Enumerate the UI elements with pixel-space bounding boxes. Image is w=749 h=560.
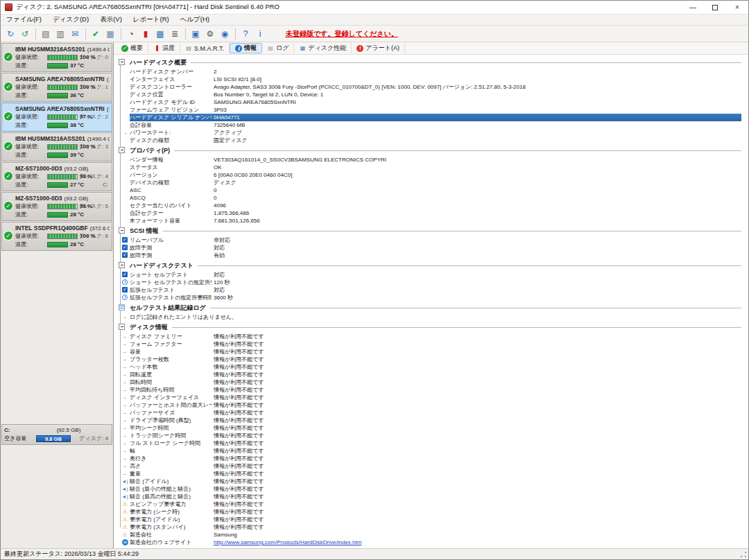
info-row[interactable]: 製造会社Samsung xyxy=(130,531,743,539)
tab-log[interactable]: ログ xyxy=(262,43,294,53)
performance-icon[interactable]: ▩ xyxy=(153,27,167,40)
info-row[interactable]: ハードディスク モデル IDSAMSUNG AREA76805SxnNTRI xyxy=(130,98,743,106)
close-button[interactable]: × xyxy=(726,1,748,14)
info-row[interactable]: セクター当たりのバイト4096 xyxy=(130,202,743,209)
info-row[interactable]: ログに記録されたエントリはありません。 xyxy=(130,313,743,321)
minimize-button[interactable]: — xyxy=(682,1,704,14)
info-row[interactable]: 回転時間情報が利用不能です xyxy=(130,378,743,386)
info-row[interactable]: ディスク インターフェイス情報が利用不能です xyxy=(130,394,743,401)
collapse-icon[interactable] xyxy=(119,324,125,330)
info-row[interactable]: 奥行き情報が利用不能です xyxy=(130,455,743,462)
info-row[interactable]: 要求電力 (スタンバイ)情報が利用不能です xyxy=(130,523,743,531)
info-row[interactable]: 平均シーク時間情報が利用不能です xyxy=(130,424,743,432)
info-row[interactable]: プラッター枚数情報が利用不能です xyxy=(130,356,743,363)
disk-item[interactable]: ✓SAMSUNG AREA76805SxnNTRI(7153.9 GB)健康状態… xyxy=(1,103,112,132)
info-row[interactable]: 騒音 (最小の性能と騒音)情報が利用不能です xyxy=(130,485,743,493)
accept-test-icon[interactable]: ✔ xyxy=(89,27,103,40)
info-row[interactable]: 騒音 (最高の性能と騒音)情報が利用不能です xyxy=(130,493,743,500)
collapse-icon[interactable] xyxy=(119,262,125,268)
info-row[interactable]: 未フォーマット容量7,681,501,126,656 xyxy=(130,217,743,225)
info-row[interactable]: 故障予測対応 xyxy=(130,244,743,252)
info-row[interactable]: ディスク ファミリー情報が利用不能です xyxy=(130,333,743,340)
registration-warning[interactable]: 未登録版です。登録してください。 xyxy=(286,29,398,39)
info-row[interactable]: デバイスの種類ディスク xyxy=(130,179,743,186)
info-row[interactable]: ステータスOK xyxy=(130,164,743,171)
info-row[interactable]: 重量情報が利用不能です xyxy=(130,470,743,478)
info-row[interactable]: ヘッド本数情報が利用不能です xyxy=(130,363,743,371)
info-row[interactable]: 平均回転待ち時間情報が利用不能です xyxy=(130,386,743,394)
save-report-icon[interactable]: ▤ xyxy=(39,27,53,40)
info-row[interactable]: 合計セクター1,875,366,486 xyxy=(130,209,743,217)
info-row[interactable]: ショート セルフテストの推定所要時間120 秒 xyxy=(130,279,743,286)
print-report-icon[interactable]: ▥ xyxy=(53,27,67,40)
info-row[interactable]: 拡張セルフテストの推定所要時間3600 秒 xyxy=(130,294,743,301)
info-row[interactable]: パワーステート:アクティブ xyxy=(130,129,743,137)
info-row[interactable]: ファームウェア リビジョン3P03 xyxy=(130,106,743,114)
world-icon[interactable]: ◉ xyxy=(218,27,232,40)
info-row[interactable]: バッファーサイズ情報が利用不能です xyxy=(130,409,743,417)
menu-item[interactable]: 表示(V) xyxy=(94,15,128,25)
info-row[interactable]: ベンダー情報VET303AQ161014_0_SS0CV3BSAMSUNG EL… xyxy=(130,156,743,164)
tab-smart[interactable]: S.M.A.R.T. xyxy=(180,43,230,53)
info-row[interactable]: スピンアップ要求電力情報が利用不能です xyxy=(130,500,743,508)
info-row[interactable]: ディスク位置Bus Number 0, Target Id 2, LUN 0, … xyxy=(130,91,743,98)
info-icon[interactable]: i xyxy=(253,27,267,40)
info-row[interactable]: 騒音 (アイドル)情報が利用不能です xyxy=(130,478,743,485)
help-icon[interactable]: ? xyxy=(239,27,252,40)
info-row[interactable]: フル ストローク シーク時間情報が利用不能です xyxy=(130,439,743,447)
info-row[interactable]: 故障予測有効 xyxy=(130,252,743,259)
menu-item[interactable]: ディスク(D) xyxy=(47,15,94,25)
info-row[interactable]: バージョン6 [00A0 0C60 20E0 0460 04C0] xyxy=(130,171,743,179)
collapse-icon[interactable] xyxy=(119,59,125,65)
info-row[interactable]: 幅情報が利用不能です xyxy=(130,447,743,455)
row-value-link[interactable]: http://www.samsung.com/Products/HardDisk… xyxy=(214,539,361,546)
info-row[interactable]: 拡張セルフテスト対応 xyxy=(130,286,743,294)
info-row[interactable]: 要求電力 (シーク時)情報が利用不能です xyxy=(130,508,743,516)
collapse-icon[interactable] xyxy=(119,147,125,153)
info-row[interactable]: インターフェイスLSI SCSI #2/1 [8-0] xyxy=(130,76,743,83)
menu-item[interactable]: ヘルプ(H) xyxy=(175,15,215,25)
checklist-icon[interactable]: ▦ xyxy=(103,27,117,40)
info-row[interactable]: ショート セルフテスト対応 xyxy=(130,271,743,279)
menu-item[interactable]: ファイル(F) xyxy=(1,15,47,25)
disk-item[interactable]: ✓MZ-5S71000-0D3(93.2 GB)健康状態:98 %ディスク: 5… xyxy=(1,192,112,221)
info-row[interactable]: ハードディスク ナンバー2 xyxy=(130,68,743,76)
tab-disk-performance[interactable]: ディスク性能 xyxy=(294,43,352,53)
email-report-icon[interactable]: ✉ xyxy=(68,27,82,40)
info-row[interactable]: トラック間シーク時間情報が利用不能です xyxy=(130,432,743,439)
partition-panel[interactable]: C: (92.5 GB) 空き容量9.8 GB ディスク: 4 xyxy=(1,424,112,445)
info-row[interactable]: 高さ情報が利用不能です xyxy=(130,462,743,470)
disk-item[interactable]: ✓INTEL SSDPFR1Q400GBF(372.6 GB)健康状態:100 … xyxy=(1,222,112,251)
info-row[interactable]: 回転速度情報が利用不能です xyxy=(130,371,743,378)
info-row[interactable]: 要求電力 (アイドル)情報が利用不能です xyxy=(130,516,743,523)
temperature-icon[interactable]: ▮ xyxy=(139,27,153,40)
info-row[interactable]: ASCQ0 xyxy=(130,194,743,202)
disk-item[interactable]: ✓IBM HUSMM3216ASS201(1490.4 GB)健康状態:100 … xyxy=(1,132,112,161)
info-row[interactable]: リムーバブル非対応 xyxy=(130,236,743,244)
info-row[interactable]: 容量情報が利用不能です xyxy=(130,348,743,356)
maximize-button[interactable] xyxy=(704,1,726,14)
rescan-disks-icon[interactable]: ↺ xyxy=(18,27,32,40)
menu-item[interactable]: レポート(R) xyxy=(128,15,175,25)
disk-item[interactable]: ✓MZ-5S71000-0D3(93.2 GB)健康状態:98 %ディスク: 4… xyxy=(1,162,112,191)
tab-information[interactable]: 情報 xyxy=(230,43,262,53)
info-row[interactable]: フォーム ファクター情報が利用不能です xyxy=(130,340,743,348)
disk-stack-icon[interactable]: ≣ xyxy=(168,27,182,40)
gauge-icon[interactable]: ◔ xyxy=(124,27,138,40)
info-row[interactable]: ASC0 xyxy=(130,186,743,194)
resize-grip[interactable] xyxy=(739,550,748,559)
tab-alerts[interactable]: アラート(A) xyxy=(352,43,405,53)
collapse-icon[interactable] xyxy=(119,227,125,234)
refresh-icon[interactable]: ↻ xyxy=(3,27,17,40)
info-row[interactable]: 合計容量7325640 MB xyxy=(130,121,743,129)
info-row[interactable]: ディスクの種類固定ディスク xyxy=(130,137,743,144)
tab-overview[interactable]: 概要 xyxy=(117,43,148,53)
info-row[interactable]: ドライブ準備時間 (典型)情報が利用不能です xyxy=(130,417,743,424)
disk-item[interactable]: ✓IBM HUSMM3216ASS201(1490.4 GB)健康状態:100 … xyxy=(1,43,112,72)
disk-item[interactable]: ✓SAMSUNG AREA76805SxnNTRI(7153.9 GB)健康状態… xyxy=(1,73,112,102)
folder-icon[interactable]: ▣ xyxy=(189,27,203,40)
info-row[interactable]: バッファーとホスト間の最大レート情報が利用不能です xyxy=(130,401,743,409)
info-row[interactable]: 製造会社のウェブサイトhttp://www.samsung.com/Produc… xyxy=(130,539,743,546)
info-row[interactable]: ハードディスク シリアル ナンバー0HA04771 xyxy=(130,114,741,121)
tab-temperature[interactable]: 温度 xyxy=(148,43,180,53)
